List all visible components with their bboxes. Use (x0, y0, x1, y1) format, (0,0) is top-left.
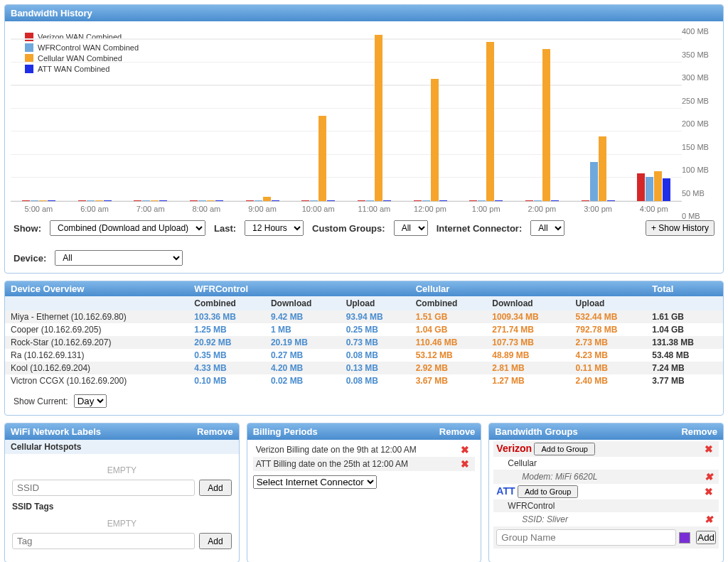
bar (255, 200, 262, 201)
bandwidth-history-panel: Bandwidth History Verizon WAN CombinedWF… (4, 4, 724, 274)
hour-slot (514, 27, 570, 201)
remove-header: Remove (439, 426, 476, 437)
connector-select[interactable]: All (530, 220, 564, 236)
add-to-group-verizon[interactable]: Add to Group (534, 443, 594, 455)
billing-row: Verizon Billing date on the 9th at 12:00… (253, 443, 476, 457)
color-swatch[interactable] (679, 532, 690, 544)
device-overview-panel: Device Overview WFRControl Cellular Tota… (4, 281, 724, 416)
bar (646, 177, 653, 201)
bar (104, 200, 112, 201)
remove-icon[interactable]: ✖ (458, 458, 472, 470)
billing-connector-select[interactable]: Select Internet Connector (253, 475, 377, 489)
billing-row: ATT Billing date on the 25th at 12:00 AM… (253, 457, 476, 471)
table-row: Cooper (10.162.69.205)1.25 MB1 MB0.25 MB… (5, 323, 723, 336)
bar (95, 200, 103, 201)
bar (22, 200, 30, 201)
bar (495, 200, 503, 201)
bar (654, 171, 662, 201)
panel-title: Bandwidth History (11, 8, 92, 18)
group-total: Total (646, 281, 723, 296)
bar (439, 200, 447, 201)
bar (31, 200, 38, 201)
last-select[interactable]: 12 Hours (245, 220, 304, 236)
bar (542, 49, 550, 202)
bar (366, 200, 374, 201)
groups-select[interactable]: All (394, 220, 428, 236)
table-row: Ra (10.162.69.131)0.35 MB0.27 MB0.08 MB5… (5, 349, 723, 362)
hour-slot (458, 27, 514, 201)
bar (310, 200, 318, 201)
bar (246, 200, 254, 201)
hour-slot (570, 27, 626, 201)
table-row: Kool (10.162.69.204)4.33 MB4.20 MB0.13 M… (5, 362, 723, 374)
add-tag-button[interactable]: Add (199, 533, 231, 549)
chart-plot (11, 27, 682, 202)
col-combined-2: Combined (410, 296, 487, 310)
ssid-input[interactable] (12, 480, 195, 496)
show-select[interactable]: Combined (Download and Upload) (50, 220, 205, 236)
add-group-button[interactable]: Add (696, 531, 716, 544)
hour-slot (290, 27, 346, 201)
bar (78, 200, 86, 201)
bar (607, 200, 615, 201)
chart-controls: Show: Combined (Download and Upload) Las… (5, 213, 723, 273)
remove-icon[interactable]: ✖ (458, 444, 472, 455)
show-current-select[interactable]: Day (74, 394, 107, 408)
group-att: ATT (496, 485, 515, 497)
hour-slot (178, 27, 235, 201)
bar (486, 42, 494, 201)
bar (431, 79, 439, 201)
col-combined: Combined (188, 296, 265, 310)
bar (663, 178, 670, 202)
hour-slot (402, 27, 459, 201)
verizon-child: Cellular (508, 458, 716, 468)
show-history-button[interactable]: + Show History (646, 220, 714, 236)
bandwidth-chart: Verizon WAN CombinedWFRControl WAN Combi… (5, 21, 723, 213)
bar (599, 136, 606, 201)
chart-y-axis: 400 MB350 MB300 MB250 MB200 MB150 MB100 … (682, 27, 717, 212)
remove-icon[interactable]: ✖ (702, 514, 716, 525)
hour-slot (11, 27, 67, 201)
show-current-label: Show Current: (14, 396, 68, 406)
bar (151, 200, 159, 201)
hour-slot (626, 27, 682, 201)
bar (301, 200, 309, 201)
remove-icon[interactable]: ✖ (702, 471, 716, 482)
group-wfr: WFRControl (188, 281, 410, 296)
bar (207, 200, 215, 201)
last-label: Last: (214, 223, 236, 234)
remove-header: Remove (197, 426, 233, 437)
bar (263, 197, 271, 202)
add-ssid-button[interactable]: Add (199, 480, 231, 496)
connector-label: Internet Connector: (437, 223, 523, 234)
bar (582, 200, 589, 201)
add-to-group-att[interactable]: Add to Group (518, 485, 578, 498)
device-table: Device Overview WFRControl Cellular Tota… (5, 281, 723, 387)
remove-icon[interactable]: ✖ (702, 486, 716, 497)
bar (159, 200, 167, 201)
bar (215, 200, 223, 201)
bandwidth-groups-panel: Bandwidth Groups Remove Verizon Add to G… (488, 423, 724, 562)
tag-input[interactable] (12, 533, 195, 549)
att-child: WFRControl (508, 501, 716, 511)
bar (551, 200, 559, 201)
bar (422, 200, 430, 201)
bar (142, 200, 150, 201)
wifi-labels-title: WiFi Network Labels (11, 426, 101, 437)
bar (478, 200, 486, 201)
billing-title: Billing Periods (253, 426, 318, 437)
bar (525, 200, 533, 201)
bar (534, 200, 542, 201)
verizon-child-sub: Modem: MiFi 6620L (522, 472, 702, 482)
hour-slot (67, 27, 123, 201)
device-overview-title: Device Overview (5, 281, 188, 296)
table-row: Miya - Ethernet (10.162.69.80)103.36 MB9… (5, 310, 723, 323)
device-select[interactable]: All (55, 250, 183, 266)
remove-icon[interactable]: ✖ (702, 443, 716, 455)
group-name-input[interactable] (496, 529, 676, 546)
bar (469, 200, 477, 201)
bar (134, 200, 141, 201)
bar (358, 200, 365, 201)
tags-empty: EMPTY (12, 514, 232, 533)
col-download: Download (265, 296, 341, 310)
